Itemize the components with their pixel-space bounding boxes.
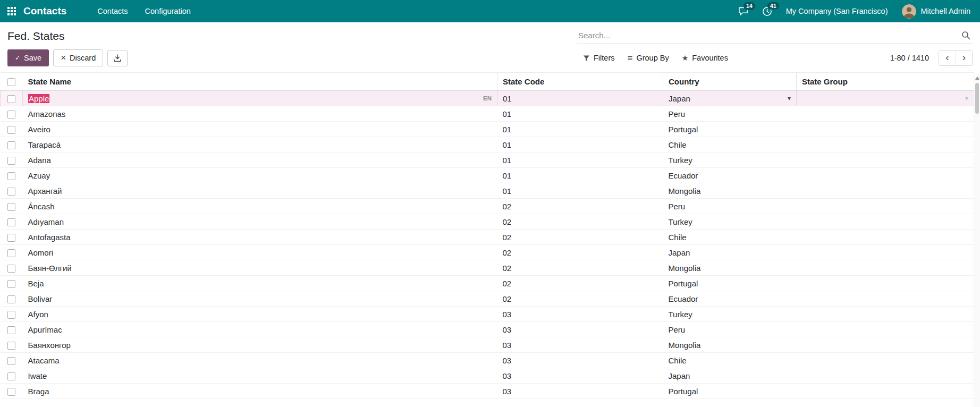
table-row[interactable]: Архангай 01 Mongolia [1,183,974,199]
table-row[interactable]: Баян-Өлгий 02 Mongolia [1,260,974,276]
row-select-cell [1,291,23,307]
cell-state-group [797,322,974,337]
search-icon[interactable] [961,31,970,40]
cell-state-group [797,152,974,168]
scrollbar-thumb[interactable] [975,83,979,114]
table-row[interactable]: Adıyaman 02 Turkey [1,214,974,230]
row-checkbox[interactable] [7,326,15,334]
row-checkbox[interactable] [7,249,15,257]
cell-state-code-edit[interactable]: 01 [497,91,663,106]
row-checkbox[interactable] [7,311,15,319]
cell-state-code: 03 [497,368,663,384]
cell-country: Ecuador [663,291,797,307]
save-button[interactable]: ✓ Save [7,49,49,66]
table-row[interactable]: Aveiro 01 Portugal [1,122,974,137]
cell-state-group [797,199,974,214]
table-row[interactable]: Braga 03 Portugal [1,384,974,399]
row-checkbox[interactable] [7,234,15,242]
cell-state-name-edit[interactable]: Apple EN [23,91,497,106]
apps-menu-icon[interactable] [7,7,16,15]
app-name[interactable]: Contacts [23,5,66,17]
cell-country: Portugal [663,276,797,291]
row-checkbox[interactable] [7,141,15,149]
vertical-scrollbar[interactable] [974,74,980,407]
row-checkbox[interactable] [7,265,15,273]
table-row[interactable]: Áncash 02 Peru [1,199,974,214]
cell-state-group [797,384,974,399]
favourites-button[interactable]: ★ Favourites [676,50,734,66]
activities-icon[interactable]: 41 [762,6,772,16]
translation-badge[interactable]: EN [483,95,492,101]
table-row[interactable]: Amazonas 01 Peru [1,106,974,122]
row-checkbox[interactable] [7,218,15,226]
row-checkbox[interactable] [7,172,15,180]
table-row[interactable]: Iwate 03 Japan [1,368,974,384]
row-checkbox[interactable] [7,280,15,288]
column-header-state-group[interactable]: State Group [797,73,974,91]
row-checkbox[interactable] [7,203,15,211]
cell-state-name: Apurímac [23,322,497,337]
cell-state-code: 01 [497,137,663,152]
cell-state-group [797,276,974,291]
table-row[interactable]: Tarapacá 01 Chile [1,137,974,152]
row-checkbox[interactable] [7,126,15,134]
row-checkbox[interactable] [7,95,15,103]
pager-next-button[interactable]: › [956,51,972,65]
cell-country-edit[interactable]: Japan ▾ [663,91,797,106]
table-row[interactable]: Apurímac 03 Peru [1,322,974,337]
table-row[interactable]: Adana 01 Turkey [1,152,974,168]
cell-country: Turkey [663,214,797,230]
menu-contacts[interactable]: Contacts [89,0,136,22]
cell-country: Turkey [663,152,797,168]
menu-configuration[interactable]: Configuration [137,0,199,22]
cell-state-group [797,260,974,276]
edit-row[interactable]: Apple EN 01 Japan ▾ ▾ [1,91,974,106]
row-select-cell [1,322,23,337]
country-dropdown-caret-icon[interactable]: ▾ [788,95,791,102]
table-row[interactable]: Баянхонгор 03 Mongolia [1,337,974,353]
table-row[interactable]: Beja 02 Portugal [1,276,974,291]
table-row[interactable]: Aomori 02 Japan [1,245,974,260]
table-row[interactable]: Bolivar 02 Ecuador [1,291,974,307]
row-checkbox[interactable] [7,111,15,118]
row-select-cell [1,137,23,152]
cell-state-name: Баян-Өлгий [23,260,497,276]
cell-state-group [797,337,974,353]
row-select-cell [1,353,23,368]
avatar [902,4,916,19]
row-select-cell [1,91,23,106]
select-all-checkbox[interactable] [7,78,15,86]
column-header-state-code[interactable]: State Code [497,73,663,91]
scroll-up-arrow-icon[interactable] [975,77,979,80]
cell-country: Japan [663,368,797,384]
column-header-country[interactable]: Country [663,73,797,91]
messages-icon[interactable]: 14 [738,6,748,16]
cell-country: Ecuador [663,168,797,183]
cell-state-name: Áncash [23,199,497,214]
state-group-dropdown-caret-icon[interactable]: ▾ [965,95,968,102]
company-switcher[interactable]: My Company (San Francisco) [786,7,888,15]
row-checkbox[interactable] [7,357,15,365]
row-checkbox[interactable] [7,388,15,396]
row-checkbox[interactable] [7,372,15,380]
search-input[interactable] [578,31,957,40]
table-row[interactable]: Atacama 03 Chile [1,353,974,368]
state-name-input-value[interactable]: Apple [28,94,49,103]
table-row[interactable]: Afyon 03 Turkey [1,307,974,322]
group-by-button[interactable]: ≡ Group By [621,50,674,66]
pager-previous-button[interactable]: ‹ [939,51,956,65]
filters-button[interactable]: Filters [577,50,620,66]
row-checkbox[interactable] [7,157,15,165]
user-menu[interactable]: Mitchell Admin [902,4,970,19]
discard-button[interactable]: × Discard [53,49,103,66]
export-button[interactable] [107,50,128,66]
column-header-state-name[interactable]: State Name [23,73,497,91]
row-checkbox[interactable] [7,342,15,350]
row-checkbox[interactable] [7,188,15,196]
check-icon: ✓ [15,54,20,62]
cell-state-code: 01 [497,183,663,199]
table-row[interactable]: Antofagasta 02 Chile [1,230,974,245]
cell-state-group-edit[interactable]: ▾ [797,91,974,106]
table-row[interactable]: Azuay 01 Ecuador [1,168,974,183]
row-checkbox[interactable] [7,295,15,303]
